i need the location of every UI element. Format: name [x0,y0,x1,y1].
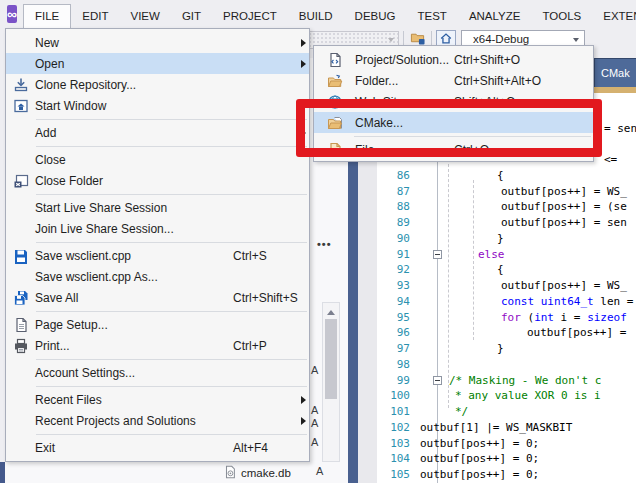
menu-item-label: Join Live Share Session... [35,222,233,236]
file-menu-item-print[interactable]: Print...Ctrl+P [6,335,309,356]
menu-separator [36,242,307,243]
file-menu-popup: NewOpenClone Repository...Start WindowAd… [5,28,310,462]
close-folder-icon [6,173,35,189]
solution-explorer-scrollbar[interactable] [322,302,340,462]
menubar-item-git[interactable]: GIT [171,4,212,28]
scrollbar-thumb[interactable] [325,319,337,399]
menubar-item-file[interactable]: FILE [23,4,71,28]
menu-item-label: Start Live Share Session [35,201,233,215]
open-submenu-item-folder[interactable]: Folder...Ctrl+Shift+Alt+O [314,70,593,91]
menu-separator [36,359,307,360]
menu-item-label: Project/Solution... [355,53,454,67]
open-folder-icon [314,73,355,89]
overflow-dots: ••• [317,238,332,250]
git-status-letter: A [311,364,318,376]
file-menu-item-open[interactable]: Open [6,53,309,74]
menu-item-label: Save wsclient.cpp As... [35,270,233,284]
scroll-up-arrow-icon[interactable] [327,310,335,315]
start-window-icon [6,98,35,114]
menu-item-label: Save All [35,291,233,305]
file-menu-item-new[interactable]: New [6,32,309,53]
menu-item-shortcut: Alt+F4 [233,441,299,455]
menu-item-label: Close [35,153,233,167]
tab-cmake-document[interactable]: CMak [595,59,636,87]
menu-item-label: Exit [35,441,233,455]
menu-item-label: Open [35,57,233,71]
git-status-letter: A [316,465,323,477]
menu-item-label: Save wsclient.cpp [35,249,233,263]
menu-separator [36,386,307,387]
menubar-item-edit[interactable]: EDIT [71,4,119,28]
file-menu-item-account-settings[interactable]: Account Settings... [6,362,309,383]
submenu-arrow-icon [301,39,306,47]
annotation-highlight-rectangle [296,99,602,157]
file-name: cmake.db [241,467,291,479]
menubar-item-test[interactable]: TEST [407,4,458,28]
submenu-arrow-icon [301,417,306,425]
git-status-letter: A [311,436,318,448]
file-menu-item-recent-files[interactable]: Recent Files [6,389,309,410]
menubar-item-build[interactable]: BUILD [288,4,344,28]
file-menu-item-start-live-share-session[interactable]: Start Live Share Session [6,197,309,218]
indent-guide [448,164,449,408]
menu-separator [36,434,307,435]
menu-item-shortcut: Ctrl+Shift+O [454,53,593,67]
file-menu-item-start-window[interactable]: Start Window [6,95,309,116]
menubar-item-project[interactable]: PROJECT [212,4,288,28]
file-menu-item-close[interactable]: Close [6,149,309,170]
outlining-margin-line [437,162,438,483]
file-menu-item-save-wsclient-cpp[interactable]: Save wsclient.cppCtrl+S [6,245,309,266]
project-solution-icon [314,52,355,68]
menu-item-shortcut: Ctrl+Shift+S [233,291,299,305]
file-menu-item-page-setup[interactable]: Page Setup... [6,314,309,335]
tab-label: CMak [601,67,630,79]
menu-item-label: Account Settings... [35,366,233,380]
page-setup-icon [6,317,35,333]
menu-separator [36,311,307,312]
save-all-icon [6,290,35,306]
menu-item-shortcut: Ctrl+Shift+Alt+O [454,74,593,88]
file-menu-item-join-live-share-session[interactable]: Join Live Share Session... [6,218,309,239]
indent-guide [473,180,474,340]
menubar-item-debug[interactable]: DEBUG [344,4,407,28]
menu-bar: ∞ FILEEDITVIEWGITPROJECTBUILDDEBUGTESTAN… [0,0,636,28]
menu-item-label: Clone Repository... [35,78,233,92]
git-status-letter: A [311,404,318,416]
menu-item-label: Page Setup... [35,318,233,332]
menu-item-label: Print... [35,339,233,353]
menu-separator [36,119,307,120]
solution-explorer-bottom: cmake.db A [5,462,348,483]
print-icon [6,338,35,354]
menubar-item-view[interactable]: VIEW [119,4,170,28]
menu-item-label: Folder... [355,74,454,88]
menu-item-label: Close Folder [35,174,233,188]
menu-item-label: Recent Files [35,393,233,407]
file-menu-item-save-all[interactable]: Save AllCtrl+Shift+S [6,287,309,308]
submenu-arrow-icon [301,60,306,68]
visual-studio-window: x64-Debug CMak 86{87outbuf[pos++] = WS_8… [0,0,636,483]
file-menu-item-recent-projects-and-solutions[interactable]: Recent Projects and Solutions [6,410,309,431]
build-configuration-value: x64-Debug [473,33,529,45]
git-status-letter: A [311,417,318,429]
chevron-down-icon [573,38,579,42]
menubar-item-analyze[interactable]: ANALYZE [458,4,532,28]
menu-item-label: Recent Projects and Solutions [35,414,233,428]
submenu-arrow-icon [301,396,306,404]
menu-separator [36,146,307,147]
save-icon [6,248,35,264]
menubar-item-extensions[interactable]: EXTENSIONS [592,4,636,28]
menu-item-shortcut: Ctrl+P [233,339,299,353]
file-menu-item-clone-repository[interactable]: Clone Repository... [6,74,309,95]
solution-explorer-item-cmake-db[interactable]: cmake.db [223,463,291,482]
file-menu-item-exit[interactable]: ExitAlt+F4 [6,437,309,458]
menu-item-label: New [35,36,233,50]
menu-separator [36,194,307,195]
chevron-down-icon [388,38,394,42]
menu-item-label: Add [35,126,233,140]
clone-repository-icon [6,77,35,93]
file-menu-item-add[interactable]: Add [6,122,309,143]
file-menu-item-close-folder[interactable]: Close Folder [6,170,309,191]
file-menu-item-save-wsclient-cpp-as[interactable]: Save wsclient.cpp As... [6,266,309,287]
menubar-item-tools[interactable]: TOOLS [531,4,592,28]
open-submenu-item-project-solution[interactable]: Project/Solution...Ctrl+Shift+O [314,49,593,70]
